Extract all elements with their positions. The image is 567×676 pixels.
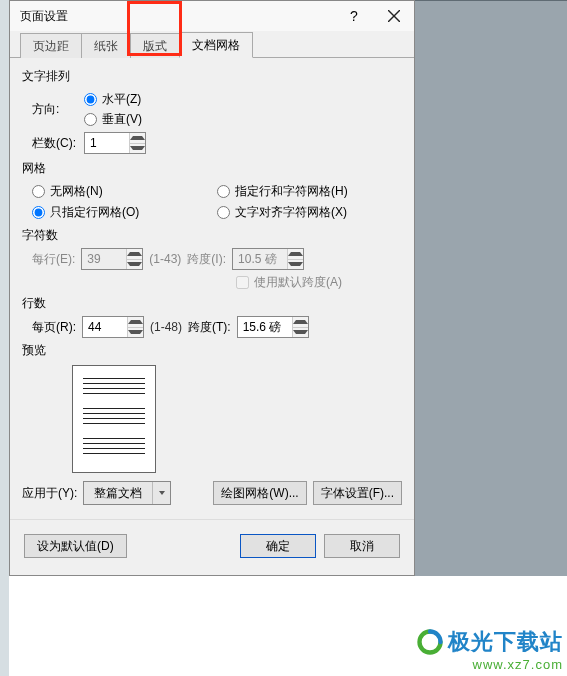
direction-vertical-radio[interactable]: 垂直(V) <box>84 111 142 128</box>
per-page-up[interactable] <box>128 317 143 327</box>
grid-section: 网格 <box>22 160 402 177</box>
watermark: 极光下载站 www.xz7.com <box>416 627 563 672</box>
preview-thumbnail <box>72 365 156 473</box>
watermark-logo-icon <box>416 628 444 656</box>
text-arrange-section: 文字排列 <box>22 68 402 85</box>
tab-paper[interactable]: 纸张 <box>81 33 131 58</box>
per-page-spinner[interactable] <box>82 316 144 338</box>
grid-line-char-radio[interactable]: 指定行和字符网格(H) <box>217 183 402 200</box>
apply-to-value: 整篇文档 <box>84 485 152 502</box>
per-line-input <box>82 249 126 269</box>
line-pitch-label: 跨度(T): <box>188 319 231 336</box>
per-page-input[interactable] <box>83 317 127 337</box>
direction-vertical-label: 垂直(V) <box>102 111 142 128</box>
per-line-spinner <box>81 248 143 270</box>
columns-up[interactable] <box>130 133 145 143</box>
line-pitch-input[interactable] <box>238 317 292 337</box>
dialog-content: 文字排列 方向: 水平(Z) 垂直(V) 栏数(C): 网格 无网格(N) <box>10 58 414 515</box>
watermark-brand: 极光下载站 <box>448 627 563 657</box>
per-page-label: 每页(R): <box>32 319 76 336</box>
cancel-button[interactable]: 取消 <box>324 534 400 558</box>
columns-input[interactable] <box>85 133 129 153</box>
help-button[interactable]: ? <box>334 1 374 31</box>
line-pitch-up[interactable] <box>293 317 308 327</box>
grid-line-char-label: 指定行和字符网格(H) <box>235 183 348 200</box>
line-pitch-down[interactable] <box>293 327 308 338</box>
lines-section: 行数 <box>22 295 402 312</box>
set-default-button[interactable]: 设为默认值(D) <box>24 534 127 558</box>
dialog-title: 页面设置 <box>20 8 334 25</box>
tab-margins[interactable]: 页边距 <box>20 33 82 58</box>
grid-none-radio[interactable]: 无网格(N) <box>32 183 217 200</box>
draw-grid-button[interactable]: 绘图网格(W)... <box>213 481 306 505</box>
page-setup-dialog: 页面设置 ? 页边距 纸张 版式 文档网格 文字排列 方向: 水平(Z) 垂直(… <box>9 0 415 576</box>
font-settings-button[interactable]: 字体设置(F)... <box>313 481 402 505</box>
watermark-url: www.xz7.com <box>416 657 563 672</box>
use-default-pitch-checkbox: 使用默认跨度(A) <box>236 274 342 291</box>
direction-horizontal-label: 水平(Z) <box>102 91 141 108</box>
tab-bar: 页边距 纸张 版式 文档网格 <box>10 31 414 58</box>
ok-button[interactable]: 确定 <box>240 534 316 558</box>
close-button[interactable] <box>374 1 414 31</box>
columns-down[interactable] <box>130 143 145 154</box>
grid-none-label: 无网格(N) <box>50 183 103 200</box>
per-line-range: (1-43) <box>149 252 181 266</box>
grid-align-char-label: 文字对齐字符网格(X) <box>235 204 347 221</box>
titlebar: 页面设置 ? <box>10 1 414 31</box>
grid-line-only-radio[interactable]: 只指定行网格(O) <box>32 204 217 221</box>
chevron-down-icon <box>152 482 170 504</box>
preview-section: 预览 <box>22 342 402 359</box>
apply-to-select[interactable]: 整篇文档 <box>83 481 171 505</box>
char-pitch-spinner <box>232 248 304 270</box>
columns-spinner[interactable] <box>84 132 146 154</box>
columns-label: 栏数(C): <box>22 135 84 152</box>
apply-to-label: 应用于(Y): <box>22 485 77 502</box>
grid-align-char-radio[interactable]: 文字对齐字符网格(X) <box>217 204 402 221</box>
per-page-range: (1-48) <box>150 320 182 334</box>
bg-left-strip <box>0 0 9 676</box>
bg-right-strip <box>415 0 567 576</box>
tab-document-grid[interactable]: 文档网格 <box>179 32 253 58</box>
dialog-footer: 设为默认值(D) 确定 取消 <box>10 524 414 570</box>
char-pitch-input <box>233 249 287 269</box>
per-line-label: 每行(E): <box>32 251 75 268</box>
use-default-pitch-label: 使用默认跨度(A) <box>254 274 342 291</box>
grid-line-only-label: 只指定行网格(O) <box>50 204 139 221</box>
direction-horizontal-radio[interactable]: 水平(Z) <box>84 91 142 108</box>
direction-label: 方向: <box>22 101 84 118</box>
char-pitch-label: 跨度(I): <box>187 251 226 268</box>
line-pitch-spinner[interactable] <box>237 316 309 338</box>
per-page-down[interactable] <box>128 327 143 338</box>
tab-layout[interactable]: 版式 <box>130 33 180 58</box>
chars-section: 字符数 <box>22 227 402 244</box>
